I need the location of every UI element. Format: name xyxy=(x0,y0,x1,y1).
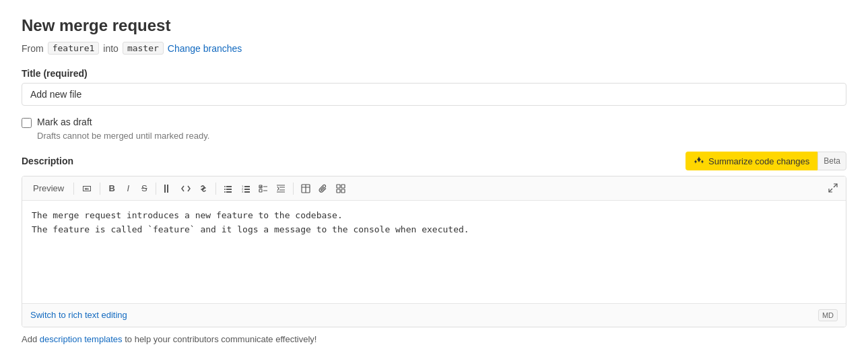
branch-into-label: into xyxy=(103,43,119,54)
toolbar-link-btn[interactable] xyxy=(195,182,211,195)
branch-info: From feature1 into master Change branche… xyxy=(22,42,846,55)
bold-icon: B xyxy=(109,183,115,193)
svg-rect-0 xyxy=(164,185,166,193)
toolbar-italic-btn[interactable]: I xyxy=(121,181,135,195)
link-icon xyxy=(199,184,208,193)
toolbar-tasklist-btn[interactable] xyxy=(255,182,271,195)
svg-rect-1 xyxy=(167,185,168,193)
svg-rect-13 xyxy=(244,191,250,193)
toolbar-indent-btn[interactable] xyxy=(273,182,289,195)
summarize-label: Summarize code changes xyxy=(708,156,809,166)
page-title: New merge request xyxy=(22,16,846,35)
add-template-text-after: to help your contributors communicate ef… xyxy=(123,334,317,344)
toolbar-sep-4 xyxy=(215,183,216,195)
beta-badge: Beta xyxy=(817,152,846,170)
code-icon xyxy=(181,184,191,193)
description-label: Description xyxy=(22,156,73,166)
title-input[interactable] xyxy=(22,83,846,106)
add-description-line: Add description templates to help your c… xyxy=(22,334,846,344)
editor-container: Preview B I S xyxy=(22,176,846,327)
summarize-button[interactable]: Summarize code changes xyxy=(686,152,817,170)
toolbar-table-btn[interactable] xyxy=(298,182,314,195)
svg-line-29 xyxy=(834,184,837,187)
svg-rect-11 xyxy=(244,189,250,190)
toolbar-sep-2 xyxy=(100,183,100,195)
svg-point-6 xyxy=(224,191,226,193)
toolbar-attach-btn[interactable] xyxy=(315,182,331,195)
expand-icon xyxy=(828,183,838,193)
toolbar-expand-btn[interactable] xyxy=(826,182,840,194)
svg-rect-27 xyxy=(337,189,340,193)
toolbar-numbered-btn[interactable]: 1. 2. 3. xyxy=(238,182,254,195)
attach-icon xyxy=(319,184,328,193)
task-list-icon xyxy=(259,184,268,193)
toolbar-markdown-btn[interactable] xyxy=(78,181,96,196)
svg-point-2 xyxy=(224,186,226,187)
sparkle-icon xyxy=(694,156,704,166)
toolbar-sep-5 xyxy=(293,183,294,195)
svg-rect-5 xyxy=(226,189,232,190)
strikethrough-icon: S xyxy=(141,183,147,193)
add-template-text-before: Add xyxy=(22,334,40,344)
toolbar-sep-1 xyxy=(73,183,74,195)
toolbar-right xyxy=(826,182,840,195)
markdown-icon xyxy=(81,183,92,194)
toolbar-blockquote-btn[interactable] xyxy=(160,182,176,195)
svg-rect-26 xyxy=(341,185,345,188)
svg-rect-7 xyxy=(226,191,232,193)
toolbar-bullet-btn[interactable] xyxy=(220,182,236,195)
draft-hint: Drafts cannot be merged until marked rea… xyxy=(37,131,846,141)
svg-rect-28 xyxy=(341,189,345,193)
switch-editing-link[interactable]: Switch to rich text editing xyxy=(30,310,127,320)
branch-from-label: From xyxy=(22,43,44,54)
md-badge: MD xyxy=(818,309,838,321)
italic-icon: I xyxy=(127,183,129,193)
toolbar-more-btn[interactable] xyxy=(333,182,349,195)
toolbar-strike-btn[interactable]: S xyxy=(137,181,152,195)
bullet-list-icon xyxy=(224,184,233,193)
draft-label[interactable]: Mark as draft xyxy=(37,117,92,127)
summarize-wrapper: Summarize code changes Beta xyxy=(686,152,846,170)
editor-footer: Switch to rich text editing MD xyxy=(22,303,846,327)
title-section: Title (required) xyxy=(22,68,846,106)
description-header: Description Summarize code changes Beta xyxy=(22,152,846,170)
svg-line-30 xyxy=(829,189,832,192)
svg-rect-15 xyxy=(259,189,262,192)
more-icon xyxy=(336,184,345,193)
blockquote-icon xyxy=(164,184,173,193)
table-icon xyxy=(301,184,310,193)
svg-rect-9 xyxy=(244,186,250,187)
draft-section: Mark as draft Drafts cannot be merged un… xyxy=(22,117,846,141)
indent-icon xyxy=(276,184,286,193)
svg-rect-3 xyxy=(226,186,232,187)
description-textarea[interactable]: The merge request introduces a new featu… xyxy=(22,201,846,301)
description-templates-link[interactable]: description templates xyxy=(40,334,123,344)
svg-text:3.: 3. xyxy=(242,190,244,193)
preview-tab[interactable]: Preview xyxy=(28,181,69,196)
branch-into-badge: master xyxy=(123,42,164,55)
title-label: Title (required) xyxy=(22,68,846,79)
numbered-list-icon: 1. 2. 3. xyxy=(241,184,251,193)
editor-toolbar: Preview B I S xyxy=(22,176,846,201)
branch-from-badge: feature1 xyxy=(48,42,100,55)
toolbar-code-btn[interactable] xyxy=(178,182,194,195)
svg-rect-25 xyxy=(337,185,340,188)
draft-checkbox[interactable] xyxy=(22,118,32,128)
toolbar-sep-3 xyxy=(156,183,156,195)
change-branches-link[interactable]: Change branches xyxy=(168,43,242,54)
toolbar-bold-btn[interactable]: B xyxy=(104,181,119,195)
svg-point-4 xyxy=(224,189,226,190)
